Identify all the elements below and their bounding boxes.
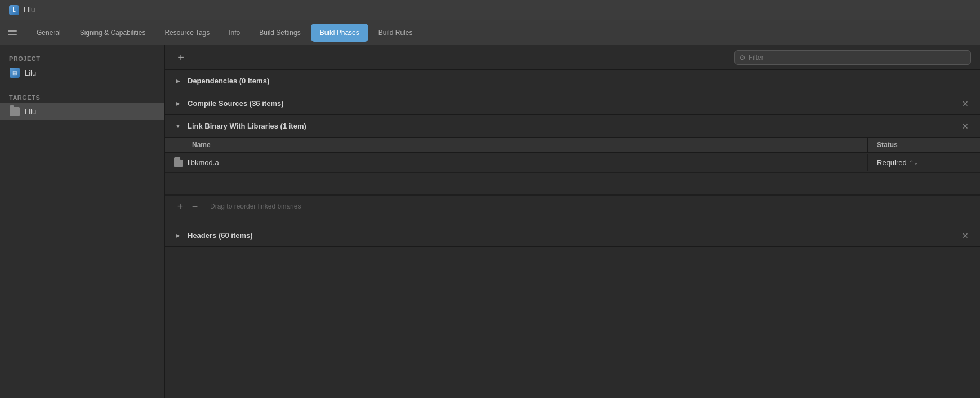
library-row-name: libkmod.a bbox=[165, 153, 867, 172]
filter-icon: ⊙ bbox=[740, 54, 745, 61]
phase-dependencies: ▶ Dependencies (0 items) bbox=[165, 70, 980, 92]
sidebar-toggle-button[interactable] bbox=[2, 25, 23, 41]
library-table-header: Name Status bbox=[165, 137, 980, 153]
library-add-button[interactable]: + bbox=[174, 200, 186, 213]
phase-dependencies-title: Dependencies (0 items) bbox=[188, 77, 971, 85]
sidebar-item-project-label: Lilu bbox=[25, 69, 36, 77]
library-row-status: Required ⌃⌄ bbox=[867, 154, 980, 171]
phase-headers-triangle: ▶ bbox=[174, 232, 182, 238]
app-icon: L bbox=[9, 5, 19, 15]
library-table-status-header: Status bbox=[867, 138, 980, 152]
library-row[interactable]: libkmod.a Required ⌃⌄ bbox=[165, 153, 980, 173]
project-section-label: PROJECT bbox=[0, 52, 164, 64]
phase-compile-sources-title: Compile Sources (36 items) bbox=[188, 99, 954, 108]
phase-link-binary-title: Link Binary With Libraries (1 item) bbox=[188, 122, 954, 130]
library-actions: + − Drag to reorder linked binaries bbox=[165, 195, 980, 217]
filter-input[interactable] bbox=[749, 54, 966, 61]
phase-link-binary: ▼ Link Binary With Libraries (1 item) ✕ … bbox=[165, 115, 980, 224]
phase-dependencies-triangle: ▶ bbox=[174, 78, 182, 84]
sidebar-item-project-lilu[interactable]: ▤ Lilu bbox=[0, 64, 164, 81]
tab-general[interactable]: General bbox=[28, 24, 70, 42]
main-layout: PROJECT ▤ Lilu TARGETS Lilu + ⊙ bbox=[0, 45, 980, 398]
app-title: Lilu bbox=[24, 6, 35, 14]
stepper-icon[interactable]: ⌃⌄ bbox=[909, 160, 918, 166]
tab-bar: General Signing & Capabilities Resource … bbox=[0, 20, 980, 45]
sidebar-toggle-icon bbox=[8, 30, 17, 35]
phase-link-binary-header[interactable]: ▼ Link Binary With Libraries (1 item) ✕ bbox=[165, 115, 980, 137]
library-remove-button[interactable]: − bbox=[189, 200, 201, 213]
phase-link-binary-close-button[interactable]: ✕ bbox=[960, 122, 971, 130]
title-bar: L Lilu bbox=[0, 0, 980, 20]
phase-link-binary-triangle: ▼ bbox=[174, 123, 182, 129]
tab-signing[interactable]: Signing & Capabilities bbox=[71, 24, 155, 42]
library-file-name: libkmod.a bbox=[188, 158, 219, 167]
library-status-value: Required bbox=[877, 158, 907, 167]
phase-headers: ▶ Headers (60 items) ✕ bbox=[165, 224, 980, 247]
phase-dependencies-header[interactable]: ▶ Dependencies (0 items) bbox=[165, 70, 980, 92]
phase-compile-sources: ▶ Compile Sources (36 items) ✕ bbox=[165, 92, 980, 115]
library-file-icon bbox=[174, 157, 183, 167]
phase-compile-sources-header[interactable]: ▶ Compile Sources (36 items) ✕ bbox=[165, 92, 980, 114]
phase-headers-header[interactable]: ▶ Headers (60 items) ✕ bbox=[165, 224, 980, 246]
targets-section-label: TARGETS bbox=[0, 91, 164, 103]
phase-link-binary-content: Name Status libkmod.a Required ⌃⌄ bbox=[165, 137, 980, 224]
sidebar: PROJECT ▤ Lilu TARGETS Lilu bbox=[0, 45, 165, 398]
library-table-name-header: Name bbox=[165, 138, 867, 152]
filter-container: ⊙ bbox=[734, 50, 971, 65]
library-empty-row bbox=[165, 173, 980, 195]
project-icon: ▤ bbox=[9, 67, 20, 78]
sidebar-item-target-lilu[interactable]: Lilu bbox=[0, 103, 164, 120]
add-phase-button[interactable]: + bbox=[174, 51, 188, 64]
sidebar-item-target-label: Lilu bbox=[25, 108, 36, 116]
tab-build-rules[interactable]: Build Rules bbox=[369, 24, 422, 42]
phase-headers-close-button[interactable]: ✕ bbox=[960, 232, 971, 240]
phase-compile-sources-triangle: ▶ bbox=[174, 100, 182, 107]
sidebar-divider bbox=[0, 86, 164, 86]
tab-build-phases[interactable]: Build Phases bbox=[311, 24, 368, 42]
tab-info[interactable]: Info bbox=[220, 24, 249, 42]
target-icon bbox=[9, 106, 20, 117]
phase-compile-sources-close-button[interactable]: ✕ bbox=[960, 100, 971, 108]
tab-build-settings[interactable]: Build Settings bbox=[250, 24, 309, 42]
content-area: + ⊙ ▶ Dependencies (0 items) ▶ Compile S… bbox=[165, 45, 980, 398]
content-toolbar: + ⊙ bbox=[165, 45, 980, 70]
phase-headers-title: Headers (60 items) bbox=[188, 231, 954, 240]
tab-resource-tags[interactable]: Resource Tags bbox=[155, 24, 219, 42]
library-drag-hint: Drag to reorder linked binaries bbox=[210, 202, 301, 210]
